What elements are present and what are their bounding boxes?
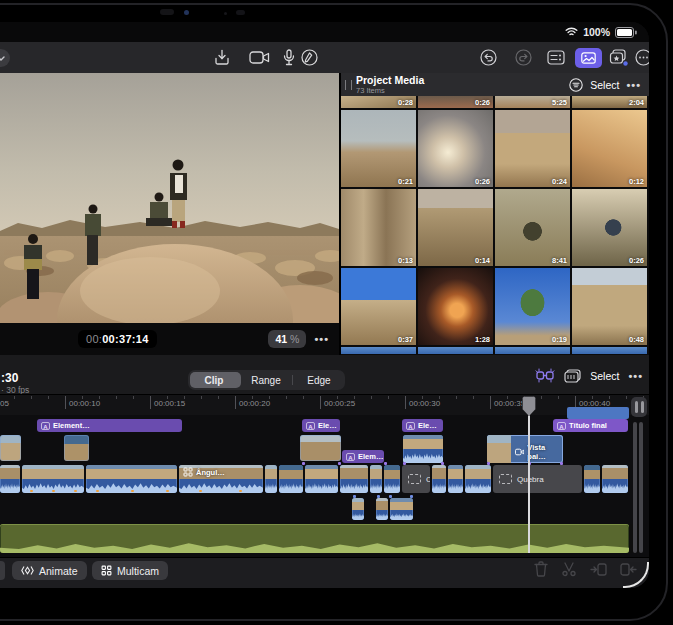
media-thumbnail[interactable]: 5:25 (495, 96, 570, 108)
timeline-clip[interactable] (305, 465, 338, 493)
viewer-more-button[interactable]: ••• (314, 333, 329, 345)
animate-button[interactable]: Animate (12, 561, 87, 580)
undo-button[interactable] (479, 42, 497, 73)
timeline-scrollbar[interactable] (639, 422, 643, 553)
timeline-clip[interactable] (584, 465, 600, 493)
ruler-label: 00:00:10 (69, 399, 100, 408)
media-thumbnail[interactable]: 0:19 (495, 268, 570, 345)
project-duration: :30 (1, 371, 18, 385)
media-select-button[interactable]: Select (590, 79, 619, 91)
timeline-clip[interactable] (265, 465, 277, 493)
connected-clip[interactable] (300, 435, 341, 461)
filter-icon[interactable] (569, 78, 583, 92)
title-clip[interactable]: A Element… (37, 419, 182, 432)
title-clip[interactable]: A Ele… (402, 419, 443, 432)
tab-range[interactable]: Range (240, 375, 292, 386)
timeline-scroll-widget[interactable] (631, 397, 647, 417)
timeline-clip[interactable] (370, 465, 382, 493)
collapse-button[interactable] (0, 42, 12, 73)
connected-clip-vista[interactable]: Vista pai… (487, 435, 563, 463)
tab-clip[interactable]: Clip (188, 375, 240, 386)
media-thumbnail[interactable]: 0:28 (341, 96, 416, 108)
timeline-clip[interactable] (384, 465, 400, 493)
multicam-grid-icon (183, 467, 193, 477)
timeline-more-button[interactable]: ••• (628, 370, 643, 382)
redo-button[interactable] (514, 42, 532, 73)
media-thumbnail[interactable]: 0:26 (572, 189, 647, 266)
timeline-clip[interactable] (465, 465, 491, 493)
media-thumbnail[interactable]: 0:37 (341, 268, 416, 345)
media-thumbnail[interactable]: 0:48 (572, 268, 647, 345)
connected-clip-below[interactable] (352, 498, 364, 520)
connected-clip-below[interactable] (390, 498, 413, 520)
media-thumbnail[interactable]: 1:28 (418, 268, 493, 345)
media-thumbnail[interactable]: 0:26 (418, 110, 493, 187)
timeline-clip[interactable] (602, 465, 628, 493)
viewer-panel: 00:00:37:14 41% ••• (0, 73, 339, 355)
title-clip[interactable]: A Ele… (302, 419, 340, 432)
timeline-clip[interactable] (279, 465, 303, 493)
media-panel-title: Project Media (356, 75, 424, 86)
connected-clip-below[interactable] (376, 498, 388, 520)
audio-clip[interactable] (0, 524, 629, 553)
import-button[interactable] (212, 42, 232, 73)
media-thumbnail[interactable]: 2:04 (572, 96, 647, 108)
media-thumbnail[interactable] (418, 347, 493, 354)
blade-button[interactable] (561, 561, 577, 577)
placeholder-clip-quebra[interactable]: Quebra (493, 465, 582, 493)
media-thumbnail[interactable]: 0:24 (495, 110, 570, 187)
more-button[interactable] (634, 42, 649, 73)
zoom-level-button[interactable]: 41% (268, 330, 306, 348)
playhead-line[interactable] (528, 400, 530, 553)
delete-button[interactable] (534, 561, 548, 577)
tab-edge[interactable]: Edge (293, 375, 345, 386)
placeholder-clip[interactable]: C… (402, 465, 430, 493)
media-thumbnail[interactable] (495, 347, 570, 354)
ruler-label: 00:00:20 (239, 399, 270, 408)
enhance-icon[interactable] (535, 368, 555, 383)
connected-clip[interactable] (64, 435, 89, 461)
timeline-clip[interactable] (432, 465, 446, 493)
connected-clip[interactable] (0, 435, 21, 461)
media-thumbnail[interactable]: 8:41 (495, 189, 570, 266)
connected-clip[interactable] (403, 435, 443, 463)
clip-label: Vista pai… (515, 443, 563, 461)
media-more-button[interactable]: ••• (626, 79, 641, 91)
mic-button[interactable] (281, 42, 297, 73)
media-thumbnail[interactable]: 0:26 (418, 96, 493, 108)
timeline-scrollbar[interactable] (633, 422, 637, 553)
inspector-button[interactable] (546, 42, 566, 73)
timeline-select-button[interactable]: Select (590, 370, 619, 382)
clip-browser-icon[interactable] (564, 369, 581, 383)
timeline-clip[interactable] (86, 465, 177, 493)
cut-button-sliver[interactable] (0, 561, 5, 580)
title-clip[interactable]: A Título final (553, 419, 628, 432)
effects-button[interactable] (608, 42, 630, 73)
timeline-clip[interactable] (340, 465, 368, 493)
placeholder-icon (408, 474, 421, 484)
media-thumbnail[interactable] (341, 347, 416, 354)
title-clip[interactable]: A Elem… (342, 450, 384, 463)
camera-button[interactable] (247, 42, 273, 73)
media-thumbnail[interactable]: 0:13 (341, 189, 416, 266)
media-browser-button[interactable] (574, 42, 603, 73)
media-thumbnail[interactable] (572, 347, 647, 354)
timeline-clip-sliver[interactable] (567, 407, 629, 419)
ipad-device: 100% (0, 0, 673, 625)
app-screen: 100% (0, 22, 649, 588)
camera-dot (184, 10, 189, 15)
pencil-tool-button[interactable] (300, 42, 318, 73)
insert-button[interactable] (590, 562, 607, 577)
project-media-panel: Project Media 73 Items Select ••• (339, 73, 649, 355)
timeline-ruler[interactable]: 05 00:00:10 00:00:15 00:00:20 00:00:25 0… (0, 394, 649, 416)
timeline-clip[interactable] (0, 465, 20, 493)
media-thumbnail[interactable]: 0:21 (341, 110, 416, 187)
media-thumbnail[interactable]: 0:12 (572, 110, 647, 187)
timeline-clip[interactable] (22, 465, 84, 493)
media-thumbnail[interactable]: 0:14 (418, 189, 493, 266)
bezel-dot (224, 12, 227, 15)
multicam-button[interactable]: Multicam (92, 561, 168, 580)
timeline-clip-multicam[interactable]: Ângul… (179, 465, 263, 493)
timeline-clip[interactable] (448, 465, 463, 493)
ruler-label: 00:00:25 (324, 399, 355, 408)
